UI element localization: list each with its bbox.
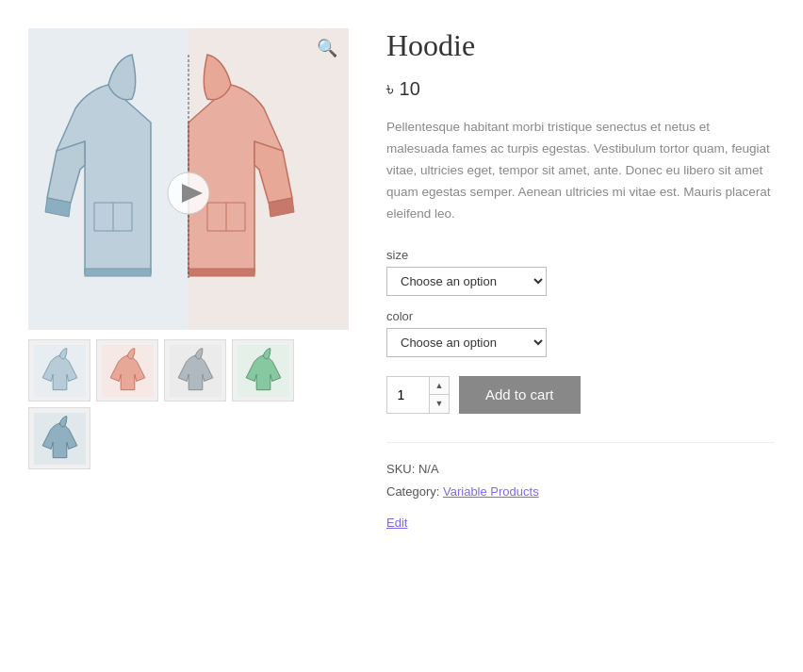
color-attribute-group: color Choose an option Blue Red Green Gr…: [386, 309, 775, 357]
thumbnail-5[interactable]: [28, 407, 90, 469]
add-to-cart-button[interactable]: Add to cart: [459, 376, 581, 414]
category-row: Category: Variable Products: [386, 481, 775, 504]
quantity-down-arrow[interactable]: ▼: [430, 395, 449, 413]
product-gallery: 🔍: [28, 28, 349, 535]
product-description: Pellentesque habitant morbi tristique se…: [386, 117, 775, 225]
color-select[interactable]: Choose an option Blue Red Green Grey: [386, 328, 547, 357]
svg-rect-5: [188, 269, 254, 276]
thumbnail-2[interactable]: [96, 339, 158, 402]
product-title: Hoodie: [386, 28, 775, 63]
thumbnail-grid: [28, 339, 349, 469]
edit-link[interactable]: Edit: [386, 512, 775, 535]
size-label: size: [386, 248, 775, 262]
quantity-arrows: ▲ ▼: [429, 377, 449, 413]
product-price: ৳ 10: [386, 78, 775, 100]
add-to-cart-row: 1 ▲ ▼ Add to cart: [386, 376, 775, 414]
color-label: color: [386, 309, 775, 323]
size-select[interactable]: Choose an option Small Medium Large XL: [386, 267, 547, 296]
product-meta: SKU: N/A Category: Variable Products Edi…: [386, 442, 775, 535]
hoodie-svg: [28, 28, 349, 330]
svg-rect-3: [85, 269, 151, 276]
category-label: Category:: [386, 484, 439, 499]
size-attribute-group: size Choose an option Small Medium Large…: [386, 248, 775, 296]
quantity-box: 1 ▲ ▼: [386, 376, 450, 414]
sku-value: N/A: [418, 462, 439, 476]
sku-label: SKU:: [386, 462, 415, 476]
main-image: 🔍: [28, 28, 349, 330]
sku-row: SKU: N/A: [386, 458, 775, 482]
thumbnail-4[interactable]: [232, 339, 294, 402]
page-wrapper: 🔍: [0, 0, 803, 564]
product-info: Hoodie ৳ 10 Pellentesque habitant morbi …: [386, 28, 775, 535]
zoom-icon[interactable]: 🔍: [317, 38, 337, 58]
thumbnail-3[interactable]: [164, 339, 226, 402]
quantity-up-arrow[interactable]: ▲: [430, 377, 449, 395]
thumbnail-1[interactable]: [28, 339, 90, 402]
category-link[interactable]: Variable Products: [443, 484, 539, 499]
quantity-input[interactable]: 1: [387, 377, 429, 413]
